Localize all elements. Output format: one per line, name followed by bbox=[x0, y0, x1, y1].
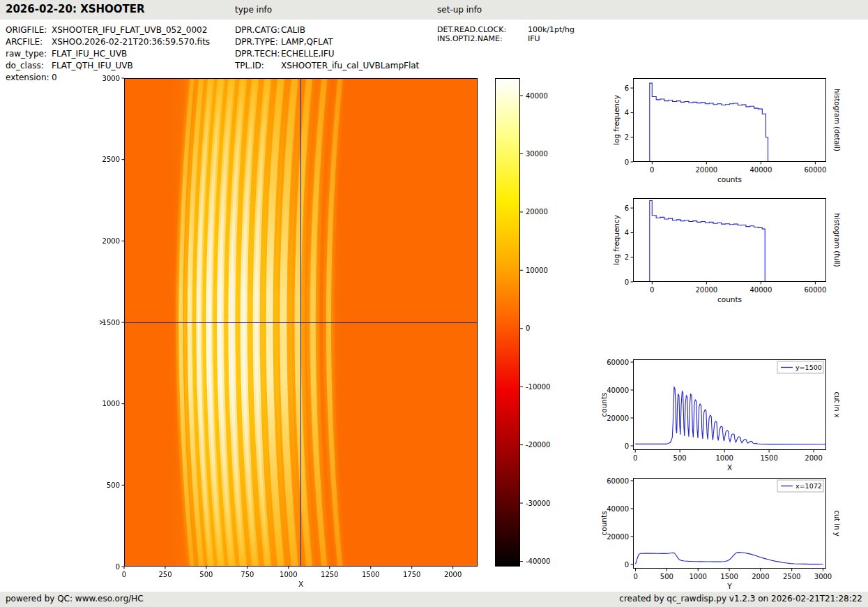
svg-text:log frequency: log frequency bbox=[612, 95, 620, 145]
svg-text:1000: 1000 bbox=[690, 573, 707, 580]
svg-text:2000: 2000 bbox=[102, 237, 120, 245]
svg-text:2000: 2000 bbox=[444, 571, 462, 578]
svg-text:20000: 20000 bbox=[607, 533, 629, 541]
svg-text:6: 6 bbox=[625, 84, 629, 92]
svg-text:40000: 40000 bbox=[526, 92, 548, 100]
svg-text:500: 500 bbox=[199, 571, 213, 578]
svg-text:0: 0 bbox=[625, 442, 629, 450]
svg-text:counts: counts bbox=[600, 511, 608, 535]
svg-text:0: 0 bbox=[625, 278, 629, 286]
svg-text:3000: 3000 bbox=[814, 573, 832, 580]
svg-text:20000: 20000 bbox=[607, 414, 629, 422]
svg-text:-30000: -30000 bbox=[526, 500, 550, 507]
svg-text:20000: 20000 bbox=[695, 286, 717, 294]
svg-text:Y: Y bbox=[98, 320, 107, 325]
svg-text:counts: counts bbox=[600, 392, 608, 417]
svg-text:0: 0 bbox=[633, 454, 637, 462]
svg-text:histogram (detail): histogram (detail) bbox=[833, 89, 841, 151]
svg-text:log frequency: log frequency bbox=[612, 215, 620, 265]
svg-text:250: 250 bbox=[158, 571, 172, 578]
svg-text:-40000: -40000 bbox=[526, 557, 550, 565]
svg-text:3000: 3000 bbox=[102, 75, 120, 82]
svg-text:histogram (full): histogram (full) bbox=[833, 213, 841, 267]
svg-text:counts: counts bbox=[717, 295, 742, 304]
svg-text:1250: 1250 bbox=[321, 571, 338, 578]
svg-text:4: 4 bbox=[625, 109, 629, 117]
svg-text:counts: counts bbox=[717, 175, 742, 183]
histogram-detail-plot: 02000040000600000246countslog frequencyh… bbox=[633, 78, 826, 162]
main-image-plot: 0250500750100012501500175020000500100015… bbox=[124, 78, 478, 567]
histogram-full-plot: 02000040000600000246countslog frequencyh… bbox=[633, 198, 826, 282]
svg-text:2000: 2000 bbox=[805, 454, 822, 462]
svg-text:40000: 40000 bbox=[749, 166, 772, 174]
svg-text:cut in y: cut in y bbox=[833, 510, 841, 536]
svg-text:60000: 60000 bbox=[607, 477, 629, 485]
svg-text:0: 0 bbox=[526, 324, 530, 332]
svg-text:2: 2 bbox=[625, 253, 629, 261]
svg-text:40000: 40000 bbox=[749, 286, 772, 294]
svg-text:0: 0 bbox=[650, 286, 654, 294]
svg-text:30000: 30000 bbox=[526, 150, 548, 158]
svg-text:0: 0 bbox=[122, 571, 126, 578]
svg-text:X: X bbox=[298, 580, 303, 588]
svg-text:y=1500: y=1500 bbox=[795, 364, 822, 371]
svg-text:500: 500 bbox=[673, 454, 687, 462]
svg-text:0: 0 bbox=[625, 561, 629, 569]
svg-text:2: 2 bbox=[625, 133, 629, 141]
svg-text:0: 0 bbox=[116, 563, 120, 571]
colorbar: 400003000020000100000-10000-20000-30000-… bbox=[495, 78, 520, 567]
svg-text:500: 500 bbox=[107, 481, 120, 489]
svg-text:1000: 1000 bbox=[715, 454, 733, 462]
svg-text:60000: 60000 bbox=[804, 286, 826, 294]
svg-text:X: X bbox=[727, 463, 732, 472]
svg-text:-10000: -10000 bbox=[526, 383, 550, 391]
svg-text:cut in x: cut in x bbox=[833, 391, 841, 417]
svg-text:1750: 1750 bbox=[403, 571, 420, 578]
svg-text:-20000: -20000 bbox=[526, 441, 550, 449]
svg-text:20000: 20000 bbox=[695, 166, 717, 174]
svg-text:1500: 1500 bbox=[362, 571, 379, 578]
svg-text:2000: 2000 bbox=[752, 573, 769, 580]
svg-text:6: 6 bbox=[625, 204, 629, 212]
cut-in-x-plot: 05001000150020000200004000060000Xcountsc… bbox=[633, 359, 826, 450]
svg-text:10000: 10000 bbox=[526, 267, 548, 274]
svg-text:2500: 2500 bbox=[783, 573, 800, 580]
svg-text:20000: 20000 bbox=[526, 208, 548, 216]
svg-text:0: 0 bbox=[650, 166, 654, 174]
footer-created-by: created by qc_rawdisp.py v1.2.3 on 2026-… bbox=[619, 594, 862, 604]
svg-text:40000: 40000 bbox=[607, 387, 629, 394]
svg-text:40000: 40000 bbox=[607, 505, 629, 513]
svg-text:750: 750 bbox=[241, 571, 254, 578]
svg-text:1500: 1500 bbox=[720, 573, 738, 580]
plot-area: 0250500750100012501500175020000500100015… bbox=[0, 0, 868, 607]
svg-text:x=1072: x=1072 bbox=[795, 482, 822, 490]
svg-text:4: 4 bbox=[625, 229, 629, 237]
footer-bar: powered by QC: www.eso.org/HC created by… bbox=[0, 592, 868, 607]
svg-text:2500: 2500 bbox=[102, 156, 120, 163]
svg-text:0: 0 bbox=[633, 573, 637, 580]
svg-text:1000: 1000 bbox=[102, 400, 120, 407]
cut-in-y-plot: 0500100015002000250030000200004000060000… bbox=[633, 478, 826, 569]
svg-text:1000: 1000 bbox=[280, 571, 297, 578]
svg-text:60000: 60000 bbox=[607, 359, 629, 366]
svg-text:Y: Y bbox=[726, 582, 732, 590]
svg-text:0: 0 bbox=[625, 158, 629, 166]
svg-text:500: 500 bbox=[660, 573, 673, 580]
svg-text:1500: 1500 bbox=[760, 454, 777, 462]
svg-text:60000: 60000 bbox=[804, 166, 826, 174]
qc-report-page: 2026-02-20: XSHOOTER type info set-up in… bbox=[0, 0, 868, 607]
footer-powered-by: powered by QC: www.eso.org/HC bbox=[6, 594, 144, 604]
